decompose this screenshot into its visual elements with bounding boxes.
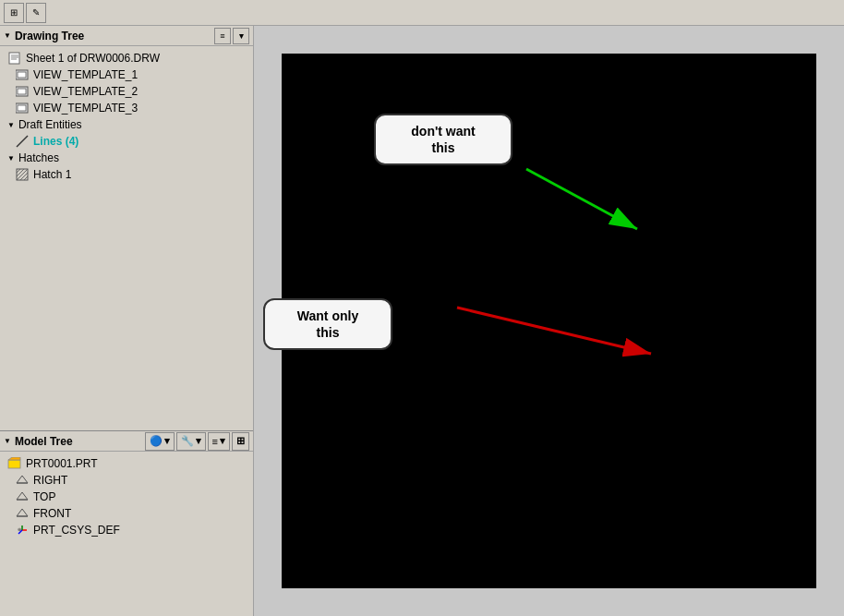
tree-item-hatch1-label: Hatch 1: [33, 168, 71, 181]
tree-item-view3[interactable]: VIEW_TEMPLATE_3: [0, 100, 253, 116]
svg-line-16: [24, 176, 28, 180]
lines-icon: [15, 135, 30, 148]
draft-triangle: ▼: [7, 121, 15, 129]
tree-item-view1-label: VIEW_TEMPLATE_1: [33, 68, 138, 81]
svg-marker-18: [8, 457, 20, 460]
view3-icon: [15, 102, 30, 115]
svg-line-15: [20, 173, 28, 180]
tree-item-prt[interactable]: PRT0001.PRT: [0, 455, 253, 472]
tree-item-prt-label: PRT0001.PRT: [26, 457, 98, 470]
top-icon: [15, 490, 30, 503]
drawing-tree-header: ▼ Drawing Tree ≡ ▾: [0, 26, 253, 46]
view1-icon: [15, 68, 30, 81]
svg-rect-7: [18, 89, 26, 94]
model-tree-btn-4[interactable]: ⊞: [232, 432, 249, 451]
svg-line-13: [17, 169, 24, 176]
drawing-tree-content: Sheet 1 of DRW0006.DRW VIEW_TEMPLATE_1 V…: [0, 46, 253, 187]
right-icon: [15, 474, 30, 487]
model-tree-content: PRT0001.PRT RIGHT TOP: [0, 452, 253, 542]
drawing-tree-collapse[interactable]: ▼: [4, 31, 11, 40]
tree-item-draft[interactable]: ▼ Draft Entities: [0, 116, 253, 133]
main-layout: ▼ Drawing Tree ≡ ▾ Sheet 1 of DRW0006.DR…: [0, 26, 844, 616]
tree-item-lines-label: Lines (4): [33, 135, 78, 148]
tree-item-hatch1[interactable]: Hatch 1: [0, 166, 253, 183]
tree-item-sheet-label: Sheet 1 of DRW0006.DRW: [26, 52, 160, 65]
svg-line-12: [17, 169, 20, 173]
canvas-area[interactable]: [282, 54, 816, 588]
svg-marker-19: [17, 476, 28, 483]
tree-item-view3-label: VIEW_TEMPLATE_3: [33, 102, 138, 115]
hatches-triangle: ▼: [7, 154, 15, 163]
right-content: don't wantthis Want onlythis: [254, 26, 844, 616]
tree-item-csys-label: PRT_CSYS_DEF: [33, 524, 120, 537]
front-icon: [15, 507, 30, 520]
tree-item-csys[interactable]: ⊕ PRT_CSYS_DEF: [0, 522, 253, 538]
tree-item-hatches[interactable]: ▼ Hatches: [0, 150, 253, 166]
tree-item-front[interactable]: FRONT: [0, 505, 253, 522]
model-tree-icons: 🔵▾ 🔧▾ ≡▾ ⊞: [145, 432, 249, 451]
tree-item-top[interactable]: TOP: [0, 489, 253, 505]
tree-item-draft-label: Draft Entities: [18, 118, 82, 131]
tree-item-front-label: FRONT: [33, 507, 71, 520]
view2-icon: [15, 85, 30, 98]
csys-icon: ⊕: [15, 524, 30, 537]
tree-item-lines[interactable]: Lines (4): [0, 133, 253, 150]
model-tree-btn-2[interactable]: 🔧▾: [176, 432, 206, 451]
tree-item-hatches-label: Hatches: [18, 151, 59, 164]
toolbar-btn-1[interactable]: ⊞: [4, 3, 24, 23]
svg-rect-9: [18, 105, 26, 111]
tree-item-view2[interactable]: VIEW_TEMPLATE_2: [0, 83, 253, 100]
drawing-tree-section: ▼ Drawing Tree ≡ ▾ Sheet 1 of DRW0006.DR…: [0, 26, 253, 431]
hatch1-icon: [15, 168, 30, 181]
drawing-tree-icon-2[interactable]: ▾: [233, 28, 249, 44]
drawing-tree-icon-1[interactable]: ≡: [214, 28, 231, 44]
model-tree-title: Model Tree: [15, 435, 73, 448]
svg-rect-17: [8, 460, 20, 468]
tree-item-sheet[interactable]: Sheet 1 of DRW0006.DRW: [0, 50, 253, 66]
svg-rect-0: [9, 53, 19, 64]
drawing-tree-icons: ≡ ▾: [214, 28, 249, 44]
model-tree-collapse[interactable]: ▼: [4, 437, 11, 445]
left-panel: ▼ Drawing Tree ≡ ▾ Sheet 1 of DRW0006.DR…: [0, 26, 254, 616]
tree-item-view2-label: VIEW_TEMPLATE_2: [33, 85, 138, 98]
tree-item-right[interactable]: RIGHT: [0, 472, 253, 489]
sheet-icon: [7, 52, 22, 65]
top-toolbar: ⊞ ✎: [0, 0, 844, 26]
svg-marker-21: [17, 492, 28, 500]
svg-line-10: [17, 136, 28, 147]
tree-item-view1[interactable]: VIEW_TEMPLATE_1: [0, 66, 253, 83]
svg-text:⊕: ⊕: [18, 526, 21, 532]
drawing-tree-title: Drawing Tree: [15, 30, 84, 42]
svg-marker-23: [17, 509, 28, 516]
prt-icon: [7, 457, 22, 470]
svg-rect-5: [18, 72, 26, 78]
tree-item-right-label: RIGHT: [33, 474, 67, 487]
model-tree-btn-3[interactable]: ≡▾: [208, 432, 230, 451]
toolbar-btn-2[interactable]: ✎: [26, 3, 46, 23]
model-tree-header: ▼ Model Tree 🔵▾ 🔧▾ ≡▾ ⊞: [0, 431, 253, 452]
tree-item-top-label: TOP: [33, 490, 55, 503]
model-tree-section: ▼ Model Tree 🔵▾ 🔧▾ ≡▾ ⊞: [0, 431, 253, 616]
model-tree-btn-1[interactable]: 🔵▾: [145, 432, 175, 451]
